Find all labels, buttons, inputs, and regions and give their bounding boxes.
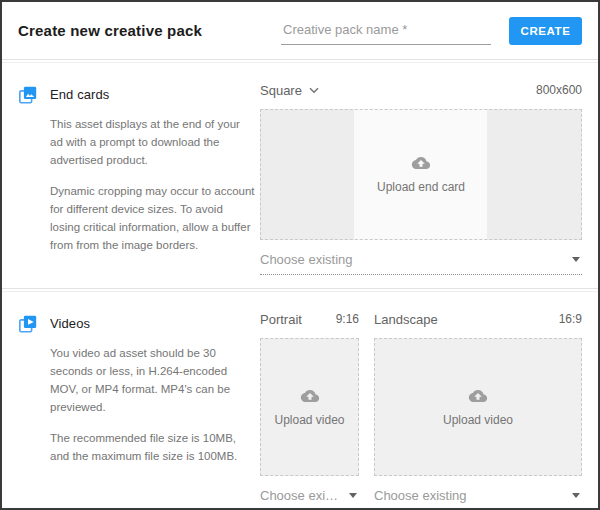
- chevron-down-icon: [309, 87, 319, 94]
- portrait-column: Portrait 9:16 Upload video Choose existi…: [260, 310, 359, 510]
- video-columns: Portrait 9:16 Upload video Choose existi…: [260, 310, 582, 510]
- dimensions-label: 800x600: [536, 83, 582, 97]
- end-cards-title: End cards: [50, 84, 255, 102]
- page-title: Create new creative pack: [18, 22, 202, 39]
- landscape-header-row: Landscape 16:9: [374, 310, 582, 328]
- create-button[interactable]: CREATE: [509, 17, 582, 45]
- videos-info: Videos You video ad asset should be 30 s…: [18, 310, 260, 510]
- landscape-column: Landscape 16:9 Upload video Choose exist…: [374, 310, 582, 510]
- landscape-choose-existing-select[interactable]: Choose existing: [374, 488, 582, 510]
- portrait-choose-existing-select[interactable]: Choose existing: [260, 488, 359, 510]
- cloud-upload-icon: [299, 388, 321, 404]
- photo-library-icon: [18, 85, 38, 105]
- landscape-label: Landscape: [374, 312, 438, 327]
- portrait-header-row: Portrait 9:16: [260, 310, 359, 328]
- end-cards-desc-1: This asset displays at the end of your a…: [50, 115, 255, 169]
- cloud-upload-icon: [467, 388, 489, 404]
- landscape-choose-existing-label: Choose existing: [374, 488, 564, 503]
- end-cards-text: End cards This asset displays at the end…: [50, 84, 255, 275]
- shape-select-value: Square: [260, 83, 302, 98]
- end-cards-info: End cards This asset displays at the end…: [18, 81, 260, 275]
- end-cards-controls: Square 800x600 Upload end card Choose ex…: [260, 81, 582, 275]
- landscape-ratio-label: 16:9: [559, 312, 582, 326]
- portrait-label: Portrait: [260, 312, 302, 327]
- end-cards-section: End cards This asset displays at the end…: [2, 63, 598, 288]
- videos-desc-2: The recommended file size is 10MB, and t…: [50, 429, 255, 465]
- video-library-icon: [18, 314, 38, 334]
- caret-down-icon: [572, 257, 580, 262]
- portrait-ratio-label: 9:16: [336, 312, 359, 326]
- end-card-choose-existing-select[interactable]: Choose existing: [260, 252, 582, 275]
- videos-desc-1: You video ad asset should be 30 seconds …: [50, 344, 255, 416]
- end-card-choose-existing-label: Choose existing: [260, 252, 564, 267]
- upload-video-label: Upload video: [274, 413, 344, 427]
- caret-down-icon: [349, 493, 357, 498]
- videos-controls: Portrait 9:16 Upload video Choose existi…: [260, 310, 582, 510]
- portrait-video-upload-dropzone[interactable]: Upload video: [260, 338, 359, 476]
- end-card-upload-dropzone[interactable]: Upload end card: [260, 109, 582, 240]
- portrait-choose-existing-label: Choose existing: [260, 488, 341, 503]
- end-cards-desc-2: Dynamic cropping may occur to account fo…: [50, 182, 255, 254]
- videos-section: Videos You video ad asset should be 30 s…: [2, 292, 598, 510]
- cloud-upload-icon: [410, 155, 432, 171]
- videos-text: Videos You video ad asset should be 30 s…: [50, 313, 255, 510]
- caret-down-icon: [572, 493, 580, 498]
- videos-title: Videos: [50, 313, 255, 331]
- landscape-video-upload-dropzone[interactable]: Upload video: [374, 338, 582, 476]
- create-creative-pack-panel: Create new creative pack CREATE End card…: [0, 0, 600, 510]
- upload-end-card-label: Upload end card: [377, 180, 465, 194]
- upload-video-label: Upload video: [443, 413, 513, 427]
- creative-pack-name-input[interactable]: [281, 16, 491, 45]
- end-cards-options-row: Square 800x600: [260, 81, 582, 99]
- shape-select[interactable]: Square: [260, 83, 319, 98]
- header: Create new creative pack CREATE: [2, 2, 598, 59]
